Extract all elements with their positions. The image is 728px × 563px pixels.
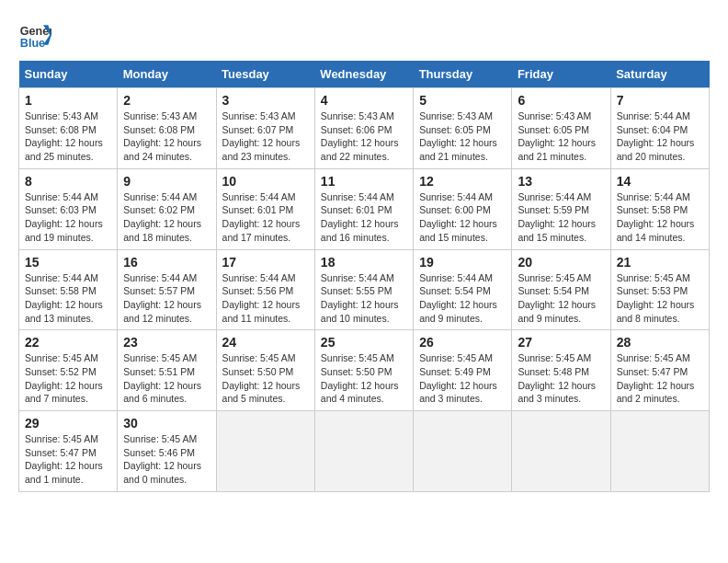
calendar-cell: 22Sunrise: 5:45 AM Sunset: 5:52 PM Dayli…: [19, 330, 118, 411]
logo: General Blue: [18, 18, 51, 52]
day-detail: Sunrise: 5:44 AM Sunset: 5:58 PM Dayligh…: [617, 190, 703, 245]
day-number: 23: [123, 335, 210, 350]
day-detail: Sunrise: 5:43 AM Sunset: 6:08 PM Dayligh…: [25, 109, 111, 164]
calendar-cell: 1Sunrise: 5:43 AM Sunset: 6:08 PM Daylig…: [19, 88, 118, 169]
calendar-cell: [414, 411, 512, 492]
calendar-week-1: 1Sunrise: 5:43 AM Sunset: 6:08 PM Daylig…: [19, 88, 710, 169]
day-detail: Sunrise: 5:43 AM Sunset: 6:06 PM Dayligh…: [321, 109, 407, 164]
calendar-week-5: 29Sunrise: 5:45 AM Sunset: 5:47 PM Dayli…: [19, 411, 710, 492]
calendar-cell: 13Sunrise: 5:44 AM Sunset: 5:59 PM Dayli…: [512, 168, 610, 249]
calendar-cell: [512, 411, 610, 492]
calendar-cell: 21Sunrise: 5:45 AM Sunset: 5:53 PM Dayli…: [610, 249, 709, 330]
calendar-cell: 23Sunrise: 5:45 AM Sunset: 5:51 PM Dayli…: [118, 330, 216, 411]
day-detail: Sunrise: 5:45 AM Sunset: 5:54 PM Dayligh…: [518, 271, 604, 326]
day-detail: Sunrise: 5:45 AM Sunset: 5:53 PM Dayligh…: [617, 271, 703, 326]
calendar-cell: [216, 411, 314, 492]
day-detail: Sunrise: 5:43 AM Sunset: 6:07 PM Dayligh…: [222, 109, 309, 164]
day-number: 2: [123, 93, 210, 108]
day-detail: Sunrise: 5:45 AM Sunset: 5:47 PM Dayligh…: [617, 351, 703, 406]
day-number: 26: [419, 335, 506, 350]
calendar-cell: 28Sunrise: 5:45 AM Sunset: 5:47 PM Dayli…: [610, 330, 709, 411]
calendar-cell: 8Sunrise: 5:44 AM Sunset: 6:03 PM Daylig…: [19, 168, 118, 249]
day-detail: Sunrise: 5:44 AM Sunset: 6:00 PM Dayligh…: [419, 190, 506, 245]
calendar-cell: 15Sunrise: 5:44 AM Sunset: 5:58 PM Dayli…: [19, 249, 118, 330]
day-detail: Sunrise: 5:44 AM Sunset: 6:02 PM Dayligh…: [123, 190, 210, 245]
col-header-thursday: Thursday: [414, 61, 512, 88]
day-detail: Sunrise: 5:43 AM Sunset: 6:05 PM Dayligh…: [419, 109, 506, 164]
calendar-cell: 9Sunrise: 5:44 AM Sunset: 6:02 PM Daylig…: [118, 168, 216, 249]
day-number: 25: [321, 335, 407, 350]
svg-text:Blue: Blue: [20, 37, 45, 50]
calendar-cell: 18Sunrise: 5:44 AM Sunset: 5:55 PM Dayli…: [314, 249, 413, 330]
day-number: 28: [617, 335, 703, 350]
day-number: 27: [518, 335, 604, 350]
calendar-cell: 7Sunrise: 5:44 AM Sunset: 6:04 PM Daylig…: [610, 88, 709, 169]
day-number: 3: [222, 93, 309, 108]
logo-icon: General Blue: [18, 18, 51, 52]
calendar-cell: 24Sunrise: 5:45 AM Sunset: 5:50 PM Dayli…: [216, 330, 314, 411]
day-number: 29: [25, 416, 111, 431]
col-header-saturday: Saturday: [610, 61, 709, 88]
day-number: 15: [25, 255, 111, 270]
calendar-cell: 26Sunrise: 5:45 AM Sunset: 5:49 PM Dayli…: [414, 330, 512, 411]
day-number: 4: [321, 93, 407, 108]
day-detail: Sunrise: 5:45 AM Sunset: 5:47 PM Dayligh…: [25, 432, 111, 487]
calendar-cell: 17Sunrise: 5:44 AM Sunset: 5:56 PM Dayli…: [216, 249, 314, 330]
day-detail: Sunrise: 5:44 AM Sunset: 6:03 PM Dayligh…: [25, 190, 111, 245]
day-number: 19: [419, 255, 506, 270]
day-number: 7: [617, 93, 703, 108]
day-detail: Sunrise: 5:45 AM Sunset: 5:51 PM Dayligh…: [123, 351, 210, 406]
col-header-sunday: Sunday: [19, 61, 118, 88]
day-detail: Sunrise: 5:44 AM Sunset: 6:01 PM Dayligh…: [321, 190, 407, 245]
calendar-cell: 16Sunrise: 5:44 AM Sunset: 5:57 PM Dayli…: [118, 249, 216, 330]
col-header-monday: Monday: [118, 61, 216, 88]
calendar-cell: 30Sunrise: 5:45 AM Sunset: 5:46 PM Dayli…: [118, 411, 216, 492]
day-number: 6: [518, 93, 604, 108]
col-header-wednesday: Wednesday: [314, 61, 413, 88]
day-detail: Sunrise: 5:44 AM Sunset: 5:55 PM Dayligh…: [321, 271, 407, 326]
day-detail: Sunrise: 5:44 AM Sunset: 6:04 PM Dayligh…: [617, 109, 703, 164]
day-detail: Sunrise: 5:44 AM Sunset: 5:58 PM Dayligh…: [25, 271, 111, 326]
day-detail: Sunrise: 5:44 AM Sunset: 6:01 PM Dayligh…: [222, 190, 309, 245]
calendar-table: SundayMondayTuesdayWednesdayThursdayFrid…: [18, 61, 710, 492]
calendar-cell: 10Sunrise: 5:44 AM Sunset: 6:01 PM Dayli…: [216, 168, 314, 249]
calendar-cell: 6Sunrise: 5:43 AM Sunset: 6:05 PM Daylig…: [512, 88, 610, 169]
day-detail: Sunrise: 5:45 AM Sunset: 5:50 PM Dayligh…: [222, 351, 309, 406]
day-number: 18: [321, 255, 407, 270]
day-number: 14: [617, 174, 703, 189]
calendar-cell: 11Sunrise: 5:44 AM Sunset: 6:01 PM Dayli…: [314, 168, 413, 249]
calendar-cell: [314, 411, 413, 492]
calendar-cell: 25Sunrise: 5:45 AM Sunset: 5:50 PM Dayli…: [314, 330, 413, 411]
day-number: 24: [222, 335, 309, 350]
calendar-week-2: 8Sunrise: 5:44 AM Sunset: 6:03 PM Daylig…: [19, 168, 710, 249]
day-number: 16: [123, 255, 210, 270]
day-detail: Sunrise: 5:45 AM Sunset: 5:52 PM Dayligh…: [25, 351, 111, 406]
day-detail: Sunrise: 5:44 AM Sunset: 5:54 PM Dayligh…: [419, 271, 506, 326]
day-number: 9: [123, 174, 210, 189]
day-detail: Sunrise: 5:44 AM Sunset: 5:57 PM Dayligh…: [123, 271, 210, 326]
calendar-cell: 12Sunrise: 5:44 AM Sunset: 6:00 PM Dayli…: [414, 168, 512, 249]
day-detail: Sunrise: 5:45 AM Sunset: 5:49 PM Dayligh…: [419, 351, 506, 406]
calendar-header-row: SundayMondayTuesdayWednesdayThursdayFrid…: [19, 61, 710, 88]
calendar-week-3: 15Sunrise: 5:44 AM Sunset: 5:58 PM Dayli…: [19, 249, 710, 330]
day-number: 30: [123, 416, 210, 431]
calendar-cell: 29Sunrise: 5:45 AM Sunset: 5:47 PM Dayli…: [19, 411, 118, 492]
calendar-cell: 19Sunrise: 5:44 AM Sunset: 5:54 PM Dayli…: [414, 249, 512, 330]
day-detail: Sunrise: 5:45 AM Sunset: 5:48 PM Dayligh…: [518, 351, 604, 406]
day-number: 12: [419, 174, 506, 189]
day-number: 5: [419, 93, 506, 108]
calendar-cell: 2Sunrise: 5:43 AM Sunset: 6:08 PM Daylig…: [118, 88, 216, 169]
calendar-cell: 3Sunrise: 5:43 AM Sunset: 6:07 PM Daylig…: [216, 88, 314, 169]
calendar-cell: 14Sunrise: 5:44 AM Sunset: 5:58 PM Dayli…: [610, 168, 709, 249]
calendar-cell: [610, 411, 709, 492]
day-number: 8: [25, 174, 111, 189]
day-detail: Sunrise: 5:43 AM Sunset: 6:08 PM Dayligh…: [123, 109, 210, 164]
page-header: General Blue: [18, 18, 710, 52]
calendar-cell: 20Sunrise: 5:45 AM Sunset: 5:54 PM Dayli…: [512, 249, 610, 330]
day-number: 11: [321, 174, 407, 189]
calendar-week-4: 22Sunrise: 5:45 AM Sunset: 5:52 PM Dayli…: [19, 330, 710, 411]
day-detail: Sunrise: 5:44 AM Sunset: 5:56 PM Dayligh…: [222, 271, 309, 326]
col-header-tuesday: Tuesday: [216, 61, 314, 88]
col-header-friday: Friday: [512, 61, 610, 88]
day-number: 1: [25, 93, 111, 108]
